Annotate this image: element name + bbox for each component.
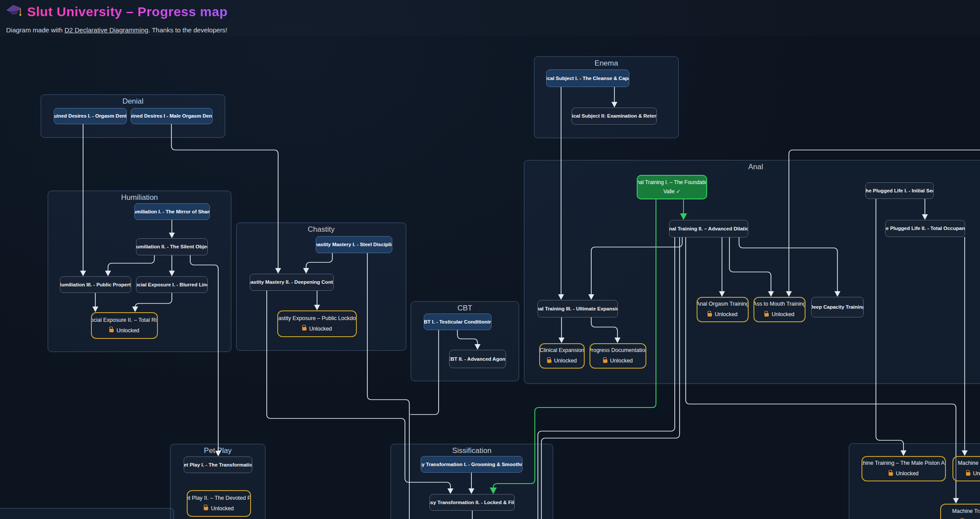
open-lock-icon <box>204 507 208 510</box>
unlocked-label: Unlocked <box>309 326 332 333</box>
node-social-exposure-2: Social Exposure II. – Total RiskUnlocked <box>91 312 158 339</box>
node-anal-training-2: Anal Training II. – Advanced Dilation <box>669 220 748 237</box>
node-label: Pet Play I. - The Transformation <box>184 462 252 468</box>
unlocked-status: Unlocked <box>109 327 139 334</box>
unlocked-label: Unlocked <box>715 311 737 318</box>
node-label: Anal Training I. – The Foundation <box>637 179 707 186</box>
node-plugged-life-1: The Plugged Life I. - Initial Seal <box>865 182 934 199</box>
open-lock-icon <box>603 359 607 363</box>
unlocked-status: Unlocked <box>889 470 918 477</box>
node-anal-orgasm-training: Anal Orgasm TrainingUnlocked <box>697 297 749 322</box>
node-machine-training-piston: Machine Training – The Male Piston Asset… <box>861 456 946 481</box>
node-anal-training-3: Anal Training III. - Ultimate Expansion <box>537 300 618 317</box>
node-label: Pet Play II. – The Devoted Pet <box>187 495 251 502</box>
node-label: Ass to Mouth Training <box>753 301 806 308</box>
node-plugged-life-2: The Plugged Life II. - Total Occupancy <box>885 220 965 237</box>
unlocked-label: Unlocked <box>973 470 980 477</box>
node-progress-documentation: Progress DocumentationUnlocked <box>589 343 646 369</box>
d2-link[interactable]: D2 Declarative Diagramming <box>64 26 148 34</box>
node-chastity-exposure: Chastity Exposure – Public LockdownUnloc… <box>277 310 357 337</box>
node-label: Chastity Mastery I. - Steel Discipline <box>316 241 392 247</box>
unlocked-status: Unlocked <box>204 505 234 512</box>
unlocked-label: Unlocked <box>211 505 234 512</box>
unlocked-label: Unlocked <box>116 327 139 334</box>
node-label: Anal Training II. – Advanced Dilation <box>669 226 748 232</box>
open-lock-icon <box>109 329 114 332</box>
unlocked-label: Unlocked <box>610 358 633 365</box>
node-medical-subject-2: Medical Subject II: Examination & Retent… <box>572 108 657 125</box>
subtitle-prefix: Diagram made with <box>6 26 64 34</box>
node-sissy-transformation-1: Sissy Transformation I. - Grooming & Smo… <box>421 456 523 473</box>
unlocked-label: Unlocked <box>896 470 918 477</box>
title-row: Slut University – Progress map <box>6 4 228 19</box>
node-label: Ruined Desires I. - Orgasm Denial <box>54 113 127 119</box>
unlocked-label: Unlocked <box>771 311 794 318</box>
page-title: Slut University – Progress map <box>27 4 228 19</box>
unlocked-status: Unlocked <box>966 470 980 477</box>
node-label: Deep Capacity Training <box>811 304 864 310</box>
node-label: Machine Training – <box>952 508 980 515</box>
node-label: Machine Training – <box>958 460 980 467</box>
node-clinical-expansion: Clinical ExpansionUnlocked <box>539 343 585 369</box>
unlocked-status: Unlocked <box>603 358 633 365</box>
node-label: Chastity Mastery II. - Deepening Control <box>250 279 334 285</box>
node-humiliation-1: Humiliation I. - The Mirror of Shame <box>134 203 210 220</box>
diagram-viewport: Slut University – Progress map Diagram m… <box>0 0 980 519</box>
node-social-exposure-1: Social Exposure I. - Blurred Lines <box>136 276 208 293</box>
node-deep-capacity-training: Deep Capacity Training <box>811 297 864 317</box>
node-anal-training-1: Anal Training I. – The FoundationValle ✓ <box>637 175 707 199</box>
node-label: Ruined Desires I - Male Orgasm Denial <box>131 113 213 119</box>
node-label: Humiliation II. - The Silent Object <box>136 244 208 250</box>
node-label: Anal Training III. - Ultimate Expansion <box>537 306 618 312</box>
node-label: Clinical Expansion <box>540 347 584 354</box>
node-ruined-desires-1: Ruined Desires I. - Orgasm Denial <box>54 108 127 124</box>
graduation-cap-icon <box>6 4 22 19</box>
node-label: Humiliation III. - Public Property <box>60 282 131 288</box>
node-ruined-desires-1-male: Ruined Desires I - Male Orgasm Denial <box>131 108 213 124</box>
node-label: CBT I. - Testicular Conditioning <box>424 319 492 325</box>
node-machine-training-right: Machine Training –Unlocked <box>952 456 980 481</box>
unlocked-status: Unlocked <box>302 326 332 333</box>
open-lock-icon <box>764 313 769 317</box>
node-label: CBT II. - Advanced Agony <box>449 356 506 362</box>
node-label: The Plugged Life II. - Total Occupancy <box>885 225 965 231</box>
node-label: Chastity Exposure – Public Lockdown <box>277 315 357 322</box>
open-lock-icon <box>547 359 551 363</box>
node-label: Social Exposure I. - Blurred Lines <box>136 282 208 288</box>
node-chastity-mastery-2: Chastity Mastery II. - Deepening Control <box>250 274 334 291</box>
unlocked-status: Unlocked <box>708 311 737 318</box>
open-lock-icon <box>708 313 712 317</box>
page-header: Slut University – Progress map Diagram m… <box>0 0 980 36</box>
open-lock-icon <box>889 472 893 476</box>
open-lock-icon <box>302 327 307 331</box>
node-humiliation-3: Humiliation III. - Public Property <box>60 276 131 293</box>
node-medical-subject-1: Medical Subject I. - The Cleanse & Capac… <box>546 70 629 87</box>
node-sublabel: Valle ✓ <box>663 188 680 195</box>
node-cbt-1: CBT I. - Testicular Conditioning <box>424 313 492 330</box>
open-lock-icon <box>966 472 970 476</box>
node-label: Machine Training – The Male Piston Asset <box>861 460 946 467</box>
node-cbt-2: CBT II. - Advanced Agony <box>449 350 506 368</box>
node-label: Social Exposure II. – Total Risk <box>91 317 158 324</box>
node-label: The Plugged Life I. - Initial Seal <box>865 188 934 194</box>
node-pet-play-1: Pet Play I. - The Transformation <box>184 456 252 473</box>
node-label: Sissy Transformation I. - Grooming & Smo… <box>421 461 523 467</box>
node-label: Medical Subject I. - The Cleanse & Capac… <box>546 75 629 81</box>
node-pet-play-2: Pet Play II. – The Devoted PetUnlocked <box>187 490 251 517</box>
page-subtitle: Diagram made with D2 Declarative Diagram… <box>6 26 227 34</box>
node-ass-to-mouth-training: Ass to Mouth TrainingUnlocked <box>753 297 806 322</box>
node-label: Anal Orgasm Training <box>697 301 749 308</box>
node-label: Sissy Transformation II. - Locked & Fill… <box>429 499 515 505</box>
node-chastity-mastery-1: Chastity Mastery I. - Steel Discipline <box>316 236 392 253</box>
node-humiliation-2: Humiliation II. - The Silent Object <box>136 238 208 255</box>
node-label: Medical Subject II: Examination & Retent… <box>572 113 657 119</box>
nodes-layer: Ruined Desires I. - Orgasm DenialRuined … <box>0 0 980 519</box>
node-label: Humiliation I. - The Mirror of Shame <box>134 209 210 215</box>
node-label: Progress Documentation <box>589 347 646 354</box>
unlocked-status: Unlocked <box>764 311 794 318</box>
unlocked-label: Unlocked <box>554 358 577 365</box>
subtitle-suffix: . Thanks to the developers! <box>148 26 227 34</box>
node-machine-training-bottom: Machine Training –Unlocked <box>940 504 980 519</box>
unlocked-status: Unlocked <box>547 358 577 365</box>
node-sissy-transformation-2: Sissy Transformation II. - Locked & Fill… <box>429 494 515 511</box>
